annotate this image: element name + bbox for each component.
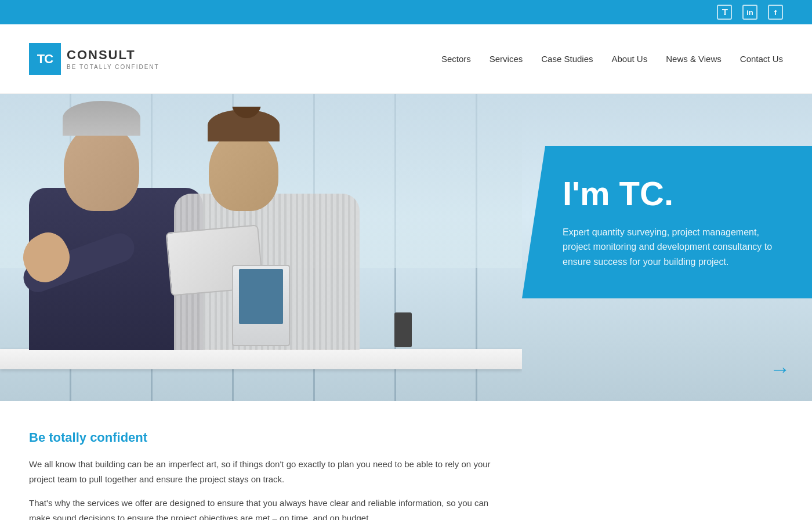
next-slide-button[interactable]: → xyxy=(766,355,795,384)
content-section: Be totally confident We all know that bu… xyxy=(0,401,522,520)
hero-title: I'm TC. xyxy=(563,175,780,212)
nav-contact-us[interactable]: Contact Us xyxy=(740,54,783,64)
twitter-icon[interactable]: 𝕋 xyxy=(717,5,732,20)
logo-text: CONSULT BE TOTALLY CONFIDENT xyxy=(67,48,160,70)
hero-subtitle: Expert quantity surveying, project manag… xyxy=(563,225,780,270)
nav-services[interactable]: Services xyxy=(490,54,523,64)
header: TC CONSULT BE TOTALLY CONFIDENT Sectors … xyxy=(0,24,812,94)
content-heading: Be totally confident xyxy=(29,430,493,445)
linkedin-icon[interactable]: in xyxy=(742,5,757,20)
nav-about-us[interactable]: About Us xyxy=(612,54,648,64)
content-para-2: That's why the services we offer are des… xyxy=(29,496,493,520)
people-scene xyxy=(0,94,522,401)
social-bar: 𝕋 in f xyxy=(0,0,812,24)
logo-letters: TC xyxy=(37,52,53,67)
hero-section: I'm TC. Expert quantity surveying, proje… xyxy=(0,94,812,401)
logo-box: TC xyxy=(29,43,61,75)
logo-company: CONSULT xyxy=(67,48,160,63)
logo-tagline: BE TOTALLY CONFIDENT xyxy=(67,64,160,70)
desk-item xyxy=(394,312,412,347)
hero-infobox: I'm TC. Expert quantity surveying, proje… xyxy=(522,146,812,299)
nav-news-views[interactable]: News & Views xyxy=(666,54,722,64)
main-nav: Sectors Services Case Studies About Us N… xyxy=(441,54,783,64)
facebook-icon[interactable]: f xyxy=(768,5,783,20)
nav-case-studies[interactable]: Case Studies xyxy=(541,54,593,64)
nav-sectors[interactable]: Sectors xyxy=(441,54,471,64)
logo[interactable]: TC CONSULT BE TOTALLY CONFIDENT xyxy=(29,43,160,75)
monitor xyxy=(232,265,290,346)
content-para-1: We all know that building can be an impe… xyxy=(29,457,493,486)
arrow-right-icon: → xyxy=(770,357,791,381)
